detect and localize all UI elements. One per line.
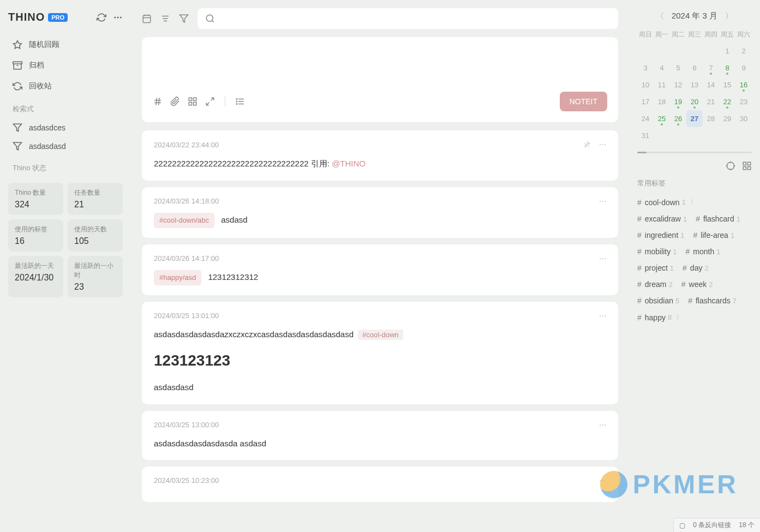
tag-item-flashcards[interactable]: #flashcards 7 — [688, 292, 737, 309]
tag-item-ingredient[interactable]: #ingredient 1 — [637, 227, 685, 243]
cal-day[interactable]: 18 — [654, 93, 670, 110]
memo-time: 2024/03/26 14:17:00 — [154, 254, 219, 262]
tag-chip[interactable]: #happy/asd — [154, 270, 201, 285]
cal-day[interactable]: 31 — [637, 127, 654, 144]
cal-day[interactable]: 26 — [670, 110, 686, 127]
cal-day[interactable]: 12 — [670, 76, 686, 93]
cal-day[interactable]: 15 — [719, 76, 735, 93]
cal-prev[interactable]: 〈 — [656, 11, 664, 21]
expand-icon[interactable] — [205, 97, 215, 106]
svg-rect-24 — [189, 103, 192, 105]
editor-input[interactable] — [153, 48, 607, 81]
editor-card: NOTEIT — [142, 37, 618, 122]
pin-icon[interactable] — [583, 140, 591, 149]
memo-more-icon[interactable]: ⋯ — [599, 254, 606, 262]
cal-day[interactable]: 6 — [686, 59, 703, 76]
task-icon[interactable] — [188, 97, 198, 106]
attach-icon[interactable] — [170, 97, 180, 106]
memo-more-icon[interactable]: ⋯ — [599, 421, 606, 429]
more-icon[interactable] — [113, 13, 123, 22]
tag-item-excalidraw[interactable]: #excalidraw 1 — [637, 211, 687, 227]
tag-chip[interactable]: #cool-down — [358, 330, 403, 340]
tag-item-week[interactable]: #week 2 — [681, 276, 713, 292]
cal-day[interactable]: 3 — [637, 59, 654, 76]
refresh-icon[interactable] — [97, 13, 106, 22]
tag-item-happy[interactable]: #happy 8〉 — [637, 309, 683, 326]
memo-text: asdasdasd — [154, 380, 606, 394]
noteit-button[interactable]: NOTEIT — [560, 92, 607, 111]
tag-count: 1 — [716, 248, 720, 256]
list-icon[interactable] — [160, 14, 170, 23]
word-count[interactable]: 18 个 — [739, 521, 755, 530]
tag-item-cool-down[interactable]: #cool-down 1〉 — [637, 194, 697, 211]
cal-day[interactable]: 30 — [735, 110, 752, 127]
tag-item-project[interactable]: #project 1 — [637, 260, 674, 276]
cal-day[interactable]: 27 — [686, 110, 703, 127]
tag-item-obsidian[interactable]: #obsidian 5 — [637, 292, 679, 309]
cal-day[interactable]: 19 — [670, 93, 686, 110]
cal-day[interactable]: 25 — [654, 110, 670, 127]
svg-line-17 — [212, 20, 213, 22]
hash-icon: # — [637, 296, 642, 305]
target-icon[interactable] — [726, 161, 735, 171]
brand: THINO PRO — [8, 11, 123, 23]
hash-icon: # — [637, 280, 642, 289]
stats-section-label: Thino 状态 — [8, 156, 123, 177]
tag-chip[interactable]: #cool-down/abc — [154, 213, 214, 228]
cal-day[interactable]: 29 — [719, 110, 735, 127]
tag-item-month[interactable]: #month 1 — [686, 243, 721, 260]
bullet-list-icon[interactable] — [235, 97, 245, 106]
tag-item-day[interactable]: #day 2 — [683, 260, 709, 276]
cal-day[interactable]: 7 — [703, 59, 719, 76]
hash-icon[interactable] — [153, 97, 163, 106]
cal-day[interactable]: 14 — [703, 76, 719, 93]
nav-item-1[interactable]: 归档 — [8, 55, 123, 76]
memo-more-icon[interactable]: ⋯ — [599, 476, 606, 485]
cal-next[interactable]: 〉 — [725, 11, 733, 21]
cal-day[interactable]: 11 — [654, 76, 670, 93]
svg-point-0 — [114, 16, 116, 18]
tag-item-flashcard[interactable]: #flashcard 1 — [696, 211, 740, 227]
cal-day[interactable]: 23 — [735, 93, 752, 110]
memo-more-icon[interactable]: ⋯ — [599, 197, 606, 205]
filter-item-1[interactable]: asdasdasd — [8, 137, 123, 156]
search-input[interactable] — [198, 8, 618, 29]
cal-day[interactable]: 5 — [670, 59, 686, 76]
stat-value: 16 — [15, 236, 57, 246]
tag-item-life-area[interactable]: #life-area 1 — [693, 227, 735, 243]
tag-item-mobility[interactable]: #mobility 1 — [637, 243, 677, 260]
tag-item-dream[interactable]: #dream 2 — [637, 276, 673, 292]
cal-day[interactable]: 21 — [703, 93, 719, 110]
grid-icon[interactable] — [742, 161, 752, 171]
cal-day[interactable]: 28 — [703, 110, 719, 127]
tag-name: flashcards — [696, 296, 731, 305]
stat-value: 23 — [74, 282, 116, 292]
nav-item-2[interactable]: 回收站 — [8, 76, 123, 97]
cal-day[interactable]: 16 — [735, 76, 752, 93]
cal-day — [654, 43, 670, 59]
cal-day[interactable]: 4 — [654, 59, 670, 76]
cal-day[interactable]: 1 — [719, 43, 735, 59]
stat-value: 21 — [74, 200, 116, 210]
cal-day[interactable]: 9 — [735, 59, 752, 76]
cal-day[interactable]: 10 — [637, 76, 654, 93]
nav-item-0[interactable]: 随机回顾 — [8, 34, 123, 55]
cal-day[interactable]: 22 — [719, 93, 735, 110]
memo-more-icon[interactable]: ⋯ — [599, 140, 606, 149]
cal-day[interactable]: 20 — [686, 93, 703, 110]
tag-name: project — [645, 264, 668, 272]
cal-day[interactable]: 2 — [735, 43, 752, 59]
mention[interactable]: @THINO — [332, 159, 366, 168]
memo-more-icon[interactable]: ⋯ — [599, 312, 606, 320]
backlinks-count[interactable]: 0 条反向链接 — [693, 521, 731, 530]
stat-label: 最活跃的一小时 — [74, 261, 116, 280]
filter-item-0[interactable]: asdasdces — [8, 118, 123, 137]
cal-day[interactable]: 17 — [637, 93, 654, 110]
svg-marker-3 — [14, 41, 22, 49]
cal-day[interactable]: 13 — [686, 76, 703, 93]
calendar-icon[interactable] — [142, 14, 152, 23]
cal-day[interactable]: 8 — [719, 59, 735, 76]
filter-icon[interactable] — [179, 14, 189, 23]
svg-line-21 — [159, 98, 160, 105]
cal-day[interactable]: 24 — [637, 110, 654, 127]
